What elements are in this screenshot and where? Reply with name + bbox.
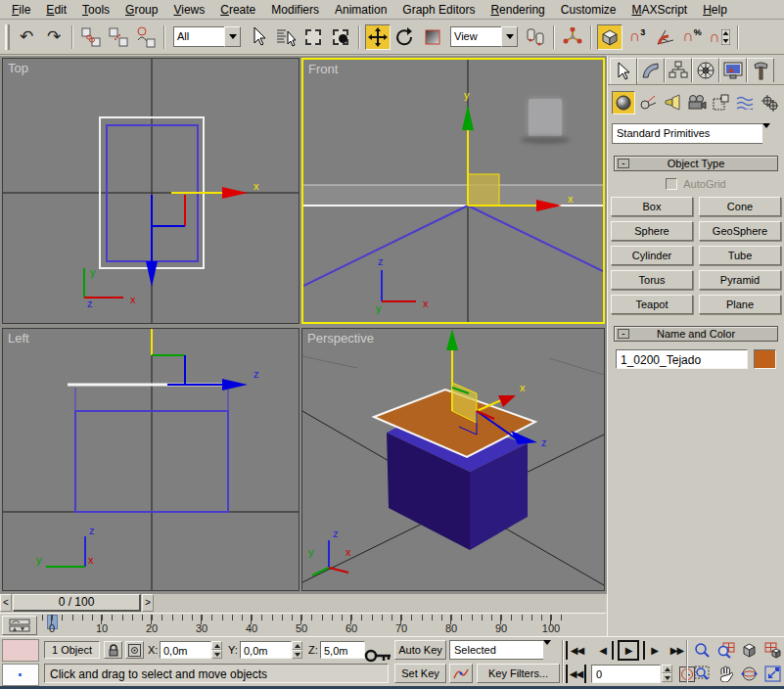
pyramid-button[interactable]: Pyramid (699, 270, 781, 290)
default-in-out-tangent-icon[interactable] (449, 664, 473, 683)
dropdown-arrow-icon[interactable] (762, 123, 780, 144)
viewport-left[interactable]: Left z z y x (2, 328, 300, 591)
autogrid-checkbox[interactable] (666, 178, 677, 190)
z-coord-input[interactable]: 5,0m (320, 641, 365, 659)
selection-filter-dropdown[interactable]: All (173, 26, 241, 47)
current-frame-input[interactable]: 0 (591, 665, 661, 683)
toolbar-drag-handle[interactable] (5, 24, 10, 50)
pan-view-icon[interactable] (715, 665, 736, 683)
tab-utilities[interactable] (747, 58, 774, 82)
menu-graph-editors[interactable]: Graph Editors (394, 1, 483, 19)
next-frame-icon[interactable]: ▶ (643, 641, 664, 660)
category-cameras-icon[interactable] (685, 91, 709, 115)
arc-rotate-icon[interactable] (739, 665, 760, 683)
box-button[interactable]: Box (611, 197, 693, 216)
track-bar[interactable]: 0 10 20 30 40 50 60 70 80 90 100 (0, 615, 606, 636)
rollout-collapse-icon[interactable]: - (618, 329, 629, 339)
rollout-name-and-color[interactable]: - Name and Color (614, 326, 778, 342)
zoom-icon[interactable] (692, 641, 713, 660)
play-animation-icon[interactable]: ▶ (618, 640, 639, 661)
dropdown-arrow-icon[interactable] (543, 640, 560, 660)
menu-animation[interactable]: Animation (327, 1, 394, 19)
maxscript-mini-listener-macro[interactable] (2, 639, 39, 662)
viewport-front-label[interactable]: Front (308, 62, 338, 76)
menu-create[interactable]: Create (212, 1, 263, 19)
sphere-button[interactable]: Sphere (611, 221, 693, 241)
y-coord-input[interactable]: 0,0m (240, 641, 292, 659)
x-coord-input[interactable]: 0,0m (160, 641, 211, 659)
unlink-selection-icon[interactable] (106, 24, 131, 50)
category-space-warps-icon[interactable] (733, 91, 757, 115)
viewport-front[interactable]: Front y x z y x (301, 58, 605, 324)
select-and-move-icon[interactable] (365, 24, 391, 50)
tab-hierarchy[interactable] (665, 58, 692, 82)
menu-maxscript[interactable]: MAXScript (623, 1, 695, 19)
x-coord-spinner[interactable] (211, 641, 222, 659)
zoom-all-icon[interactable] (715, 641, 736, 660)
bind-to-space-warp-icon[interactable] (133, 24, 159, 50)
goto-start-icon[interactable]: ◀◀ (566, 641, 586, 660)
rollout-object-type[interactable]: - Object Type (614, 156, 778, 171)
key-mode-dropdown[interactable]: Selected (449, 640, 560, 660)
maxscript-mini-listener[interactable] (2, 664, 39, 686)
tab-display[interactable] (719, 58, 747, 82)
menu-rendering[interactable]: Rendering (483, 1, 552, 19)
time-slider-handle[interactable]: 0 / 100 (13, 594, 141, 612)
menu-group[interactable]: Group (117, 1, 165, 19)
category-systems-icon[interactable] (758, 91, 781, 115)
zoom-region-icon[interactable] (692, 665, 713, 683)
menu-edit[interactable]: Edit (38, 1, 74, 19)
selection-lock-icon[interactable] (104, 641, 122, 659)
window-crossing-toggle-icon[interactable] (328, 24, 353, 50)
object-color-swatch[interactable] (754, 349, 776, 369)
zoom-extents-icon[interactable] (739, 641, 760, 660)
viewport-top[interactable]: Top x y z x (2, 58, 300, 324)
undo-icon[interactable]: ↶ (14, 24, 39, 50)
category-lights-icon[interactable] (661, 91, 684, 115)
reference-coordsys-dropdown[interactable]: View (450, 26, 518, 47)
tab-create[interactable] (610, 58, 637, 84)
auto-key-button[interactable]: Auto Key (394, 640, 446, 660)
rollout-collapse-icon[interactable]: - (618, 159, 629, 168)
time-slider-next-arrow[interactable]: > (142, 594, 154, 612)
tab-motion[interactable] (692, 58, 719, 82)
select-and-link-icon[interactable] (78, 24, 104, 50)
cylinder-button[interactable]: Cylinder (611, 246, 693, 265)
select-and-scale-icon[interactable] (420, 24, 445, 50)
select-by-name-icon[interactable] (273, 24, 299, 50)
y-coord-spinner[interactable] (292, 641, 302, 659)
dropdown-arrow-icon[interactable] (501, 26, 518, 47)
tube-button[interactable]: Tube (699, 246, 781, 265)
select-object-icon[interactable] (246, 24, 271, 50)
cone-button[interactable]: Cone (699, 197, 781, 216)
plane-button[interactable]: Plane (699, 295, 781, 314)
percent-snap-toggle-icon[interactable]: ∩% (679, 24, 705, 50)
viewport-perspective[interactable]: Perspective x z (301, 328, 605, 591)
category-helpers-icon[interactable]: ? (709, 91, 732, 115)
goto-end-icon[interactable]: ▶▶ (668, 641, 688, 660)
spinner-snap-toggle-icon[interactable]: ∩ (707, 24, 732, 50)
viewport-left-label[interactable]: Left (8, 331, 29, 345)
menu-help[interactable]: Help (695, 1, 735, 19)
tab-modify[interactable] (637, 58, 665, 82)
rectangular-selection-region-icon[interactable] (300, 24, 326, 50)
menu-customize[interactable]: Customize (553, 1, 624, 19)
snaps-toggle-icon[interactable] (597, 24, 623, 50)
previous-frame-icon[interactable]: ◀ (593, 641, 614, 660)
category-geometry-icon[interactable] (612, 91, 635, 115)
object-name-input[interactable]: 1_0200_Tejado (616, 349, 748, 369)
viewport-perspective-label[interactable]: Perspective (307, 331, 374, 345)
key-filters-button[interactable]: Key Filters... (477, 664, 560, 683)
angle-snap-toggle-icon[interactable]: ∩3 (624, 24, 650, 50)
select-and-manipulate-icon[interactable] (560, 24, 585, 50)
menu-file[interactable]: File (4, 1, 38, 19)
angle-snap-icon[interactable] (652, 24, 677, 50)
key-mode-toggle-icon[interactable]: ◀◀ (566, 665, 586, 683)
frame-spinner[interactable] (662, 665, 672, 682)
teapot-button[interactable]: Teapot (611, 295, 693, 314)
viewport-top-label[interactable]: Top (8, 61, 28, 75)
menu-modifiers[interactable]: Modifiers (263, 1, 327, 19)
torus-button[interactable]: Torus (611, 270, 693, 290)
menu-views[interactable]: Views (165, 1, 212, 19)
mini-curve-editor-button[interactable] (2, 616, 37, 635)
